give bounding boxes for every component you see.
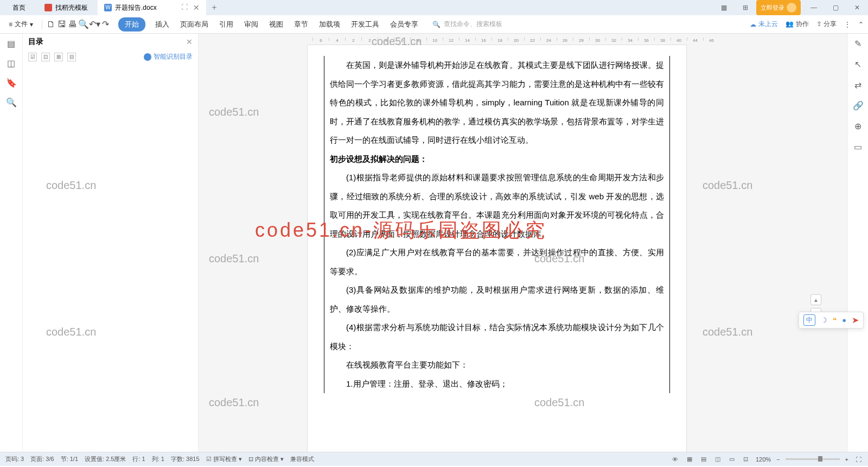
status-page-num[interactable]: 页码: 3: [5, 455, 24, 463]
bookmark-icon[interactable]: 🔖: [6, 77, 17, 88]
status-words[interactable]: 字数: 3815: [171, 455, 200, 463]
ribbon-tab-view[interactable]: 视图: [268, 17, 284, 31]
ime-moon-icon[interactable]: ☽: [821, 316, 827, 324]
tab-add-button[interactable]: +: [206, 3, 222, 12]
grid-icon[interactable]: ▦: [713, 0, 735, 15]
view1-icon[interactable]: ▦: [685, 455, 694, 464]
ime-bar[interactable]: 中 ☽ ❝ ● ➤: [799, 312, 864, 329]
main-area: ▤ ◫ 🔖 🔍 目录 ✕ ☑ ⊡ ⊞ ⊟ 智能识别目录 642246810121…: [0, 34, 868, 452]
preview-icon[interactable]: 🔍: [79, 20, 88, 29]
ime-arrow-icon[interactable]: ➤: [852, 315, 859, 325]
toc-close-icon[interactable]: ✕: [186, 37, 193, 46]
minimize-icon[interactable]: —: [803, 0, 825, 15]
zoom-value[interactable]: 120%: [756, 456, 771, 463]
status-row[interactable]: 行: 1: [132, 455, 145, 463]
outline-icon[interactable]: ▤: [6, 38, 17, 49]
ribbon-tab-vip[interactable]: 会员专享: [389, 17, 419, 31]
redo-icon[interactable]: ↷: [101, 20, 110, 29]
ribbon-tab-dev[interactable]: 开发工具: [350, 17, 380, 31]
ime-quote-icon[interactable]: ❝: [833, 316, 837, 324]
toc-panel: 目录 ✕ ☑ ⊡ ⊞ ⊟ 智能识别目录: [23, 34, 199, 452]
ribbon-tab-layout[interactable]: 页面布局: [179, 17, 209, 31]
maximize-icon[interactable]: ▢: [825, 0, 846, 15]
status-spell[interactable]: ☑ 拼写检查 ▾: [206, 455, 242, 463]
view4-icon[interactable]: ▭: [727, 455, 736, 464]
new-icon[interactable]: 🗋: [47, 20, 55, 29]
zoom-out-icon[interactable]: −: [776, 456, 780, 463]
status-section[interactable]: 节: 1/1: [61, 455, 78, 463]
doc-para: 在英国，则是课外辅导机构开始涉足在线教育。其模式主要是线下团队进行网络授课。提供…: [330, 56, 664, 150]
tab-templates-label: 找稻壳模板: [55, 3, 88, 12]
status-bar: 页码: 3 页面: 3/6 节: 1/1 设置值: 2.5厘米 行: 1 列: …: [0, 452, 868, 466]
save-icon[interactable]: 🖫: [58, 20, 66, 29]
doc-para: 1.用户管理：注册、登录、退出、修改密码；: [330, 375, 664, 394]
avatar-icon: [787, 3, 796, 12]
page[interactable]: 在英国，则是课外辅导机构开始涉足在线教育。其模式主要是线下团队进行网络授课。提供…: [307, 45, 687, 452]
templates-icon: [44, 4, 52, 11]
zoom-slider[interactable]: [786, 458, 840, 460]
document-area[interactable]: 6422468101214161820222426283032343638404…: [199, 34, 847, 452]
apps-icon[interactable]: ⊞: [735, 0, 756, 15]
toc-minus-icon[interactable]: ⊟: [67, 53, 76, 61]
status-content[interactable]: ⊡ 内容检查 ▾: [248, 455, 284, 463]
doc-heading: 初步设想及拟解决的问题：: [330, 150, 664, 169]
tab-popout-icon[interactable]: ⛶: [181, 3, 188, 12]
view2-icon[interactable]: ▤: [699, 455, 708, 464]
toc-expand-icon[interactable]: ⊡: [41, 53, 50, 61]
tab-close-icon[interactable]: ✕: [193, 3, 200, 12]
ribbon-tab-start[interactable]: 开始: [118, 17, 145, 31]
view3-icon[interactable]: ◫: [713, 455, 722, 464]
fullscreen-icon[interactable]: ⛶: [854, 455, 863, 464]
status-page-of[interactable]: 页面: 3/6: [30, 455, 54, 463]
settings-icon[interactable]: ⇄: [853, 79, 864, 90]
more-icon[interactable]: ⋮: [844, 21, 851, 28]
nav-icon[interactable]: ◫: [6, 58, 17, 68]
word-icon: W: [104, 4, 112, 11]
ribbon-tab-review[interactable]: 审阅: [243, 17, 259, 31]
ribbon-tab-reference[interactable]: 引用: [218, 17, 234, 31]
collab-button[interactable]: 👥 协作: [786, 20, 808, 29]
shield-icon[interactable]: ⊕: [853, 121, 864, 131]
ribbon-tab-section[interactable]: 章节: [293, 17, 309, 31]
ruler-horizontal[interactable]: 6422468101214161820222426283032343638404…: [204, 34, 847, 45]
ribbon-tab-insert[interactable]: 插入: [154, 17, 170, 31]
toc-plus-icon[interactable]: ⊞: [54, 53, 63, 61]
ribbon-tab-addon[interactable]: 加载项: [318, 17, 341, 31]
tab-document[interactable]: W开题报告.docx ⛶✕: [98, 0, 206, 15]
toc-title: 目录: [28, 37, 43, 47]
file-menu[interactable]: ≡文件▾: [4, 17, 37, 31]
print-icon[interactable]: 🖶: [68, 20, 77, 29]
edit-icon[interactable]: ✎: [853, 38, 864, 49]
search-icon: 🔍: [432, 21, 441, 28]
zoom-in-icon[interactable]: +: [845, 456, 848, 463]
tab-home[interactable]: 首页: [0, 0, 38, 15]
right-sidebar: ✎ ↖ ⇄ 🔗 ⊕ ▭: [847, 34, 868, 452]
select-icon[interactable]: ↖: [853, 59, 864, 70]
scroll-up-button[interactable]: ▲: [810, 294, 821, 305]
link-icon[interactable]: 🔗: [853, 100, 864, 111]
ribbon-tabs: 开始 插入 页面布局 引用 审阅 视图 章节 加载项 开发工具 会员专享: [118, 17, 419, 31]
toc-check-icon[interactable]: ☑: [28, 53, 37, 61]
doc-para: (3)具备网站及数据库的维护功能，及时根据用户需求进行网络更新，数据的添加、维护…: [330, 281, 664, 318]
read-icon[interactable]: ▭: [853, 141, 864, 152]
view5-icon[interactable]: ⊡: [742, 455, 750, 464]
tab-document-label: 开题报告.docx: [115, 3, 157, 12]
ime-dot-icon[interactable]: ●: [842, 316, 846, 324]
collapse-icon[interactable]: ⌃: [858, 21, 864, 28]
share-button[interactable]: ⇪ 分享: [816, 20, 837, 29]
find-icon[interactable]: 🔍: [6, 97, 17, 108]
ime-lang[interactable]: 中: [803, 314, 815, 326]
status-compat[interactable]: 兼容模式: [290, 455, 314, 463]
close-window-icon[interactable]: ✕: [846, 0, 868, 15]
search-box[interactable]: 🔍查找命令、搜索模板: [432, 20, 502, 29]
cloud-status[interactable]: ☁未上云: [750, 20, 778, 29]
doc-para: (1)根据指导老师提供的原始材料和课题要求按照管理信息系统的生命周期开发方法和步…: [330, 168, 664, 243]
tab-templates[interactable]: 找稻壳模板: [38, 0, 98, 15]
eye-icon[interactable]: 👁: [671, 455, 680, 464]
undo-icon[interactable]: ↶▾: [90, 20, 99, 29]
status-set[interactable]: 设置值: 2.5厘米: [85, 455, 126, 463]
toc-smart-button[interactable]: 智能识别目录: [144, 52, 193, 61]
login-button[interactable]: 立即登录: [756, 0, 801, 15]
status-col[interactable]: 列: 1: [152, 455, 164, 463]
left-sidebar: ▤ ◫ 🔖 🔍: [0, 34, 23, 452]
